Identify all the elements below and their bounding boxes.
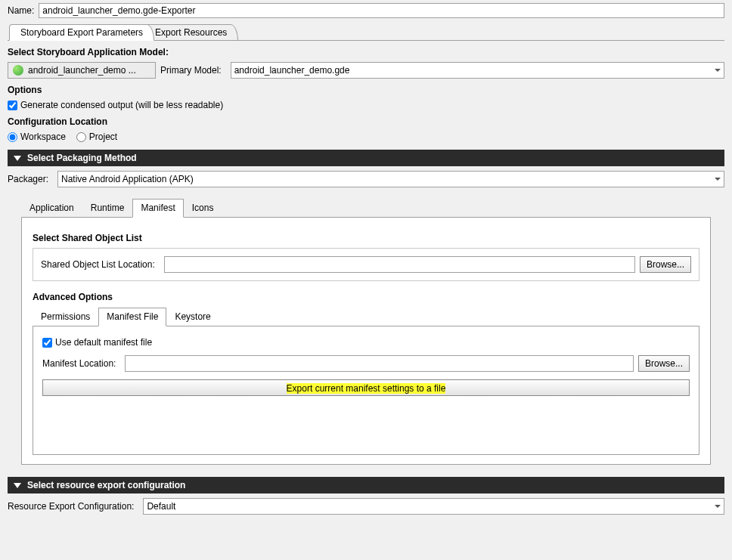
radio-project[interactable]: [76, 132, 86, 142]
manifest-location-label: Manifest Location:: [42, 358, 116, 369]
packager-select[interactable]: Native Android Application (APK): [57, 171, 724, 187]
disclosure-triangle-icon: [14, 483, 21, 488]
chevron-down-icon: [715, 178, 721, 181]
condensed-output-row[interactable]: Generate condensed output (will be less …: [8, 100, 724, 110]
tab-keystore[interactable]: Keystore: [166, 308, 219, 326]
section-bar-packaging-label: Select Packaging Method: [27, 153, 137, 163]
top-tab-strip: Storyboard Export Parameters Export Reso…: [8, 23, 724, 41]
section-title-options: Options: [8, 85, 724, 95]
radio-project-label: Project: [89, 131, 117, 142]
radio-workspace-label: Workspace: [20, 131, 66, 142]
section-bar-resource-export[interactable]: Select resource export configuration: [8, 477, 724, 493]
application-model-text: android_launcher_demo ...: [28, 65, 136, 76]
name-label: Name:: [8, 5, 34, 16]
section-title-model: Select Storyboard Application Model:: [8, 47, 724, 57]
section-title-shared-object: Select Shared Object List: [33, 233, 699, 243]
tab-manifest[interactable]: Manifest: [132, 199, 183, 218]
radio-project-row[interactable]: Project: [76, 131, 117, 142]
disclosure-triangle-icon: [14, 156, 21, 161]
section-title-advanced-options: Advanced Options: [33, 292, 699, 302]
chevron-down-icon: [715, 69, 721, 72]
tab-runtime[interactable]: Runtime: [82, 199, 133, 218]
resource-export-config-select[interactable]: Default: [143, 498, 724, 515]
packager-label: Packager:: [8, 174, 48, 184]
tab-permissions[interactable]: Permissions: [33, 308, 98, 326]
radio-workspace[interactable]: [8, 132, 17, 142]
section-bar-packaging[interactable]: Select Packaging Method: [8, 150, 724, 166]
packager-value: Native Android Application (APK): [61, 174, 194, 184]
tab-application[interactable]: Application: [21, 199, 82, 218]
tab-icons[interactable]: Icons: [184, 199, 222, 218]
name-input[interactable]: [39, 3, 724, 18]
primary-model-select[interactable]: android_launcher_demo.gde: [231, 62, 724, 79]
resource-export-config-value: Default: [147, 501, 175, 512]
primary-model-label: Primary Model:: [160, 65, 222, 76]
condensed-output-label: Generate condensed output (will be less …: [20, 100, 223, 110]
manifest-location-browse-button[interactable]: Browse...: [638, 355, 690, 372]
packaging-tab-strip: Application Runtime Manifest Icons: [21, 198, 711, 218]
section-bar-resource-export-label: Select resource export configuration: [27, 480, 185, 490]
tab-manifest-file[interactable]: Manifest File: [98, 308, 166, 326]
chevron-down-icon: [715, 505, 721, 508]
primary-model-value: android_launcher_demo.gde: [234, 65, 350, 76]
manifest-location-input[interactable]: [125, 355, 634, 372]
use-default-manifest-checkbox[interactable]: [42, 338, 52, 348]
section-title-config-location: Configuration Location: [8, 116, 724, 127]
export-manifest-button-label: Export current manifest settings to a fi…: [287, 383, 446, 394]
shared-object-location-label: Shared Object List Location:: [41, 259, 155, 270]
radio-workspace-row[interactable]: Workspace: [8, 131, 66, 142]
condensed-output-checkbox[interactable]: [8, 101, 17, 110]
shared-object-location-input[interactable]: [164, 256, 635, 273]
advanced-tab-strip: Permissions Manifest File Keystore: [33, 307, 699, 326]
shared-object-browse-button[interactable]: Browse...: [640, 256, 691, 273]
tab-export-resources[interactable]: Export Resources: [144, 24, 238, 41]
use-default-manifest-row[interactable]: Use default manifest file: [42, 337, 690, 348]
use-default-manifest-label: Use default manifest file: [55, 337, 152, 348]
export-manifest-button[interactable]: Export current manifest settings to a fi…: [42, 379, 690, 396]
storyboard-icon: [13, 65, 23, 76]
tab-storyboard-export-parameters[interactable]: Storyboard Export Parameters: [9, 24, 154, 41]
resource-export-config-label: Resource Export Configuration:: [8, 501, 134, 512]
application-model-dropdown[interactable]: android_launcher_demo ...: [8, 62, 156, 79]
